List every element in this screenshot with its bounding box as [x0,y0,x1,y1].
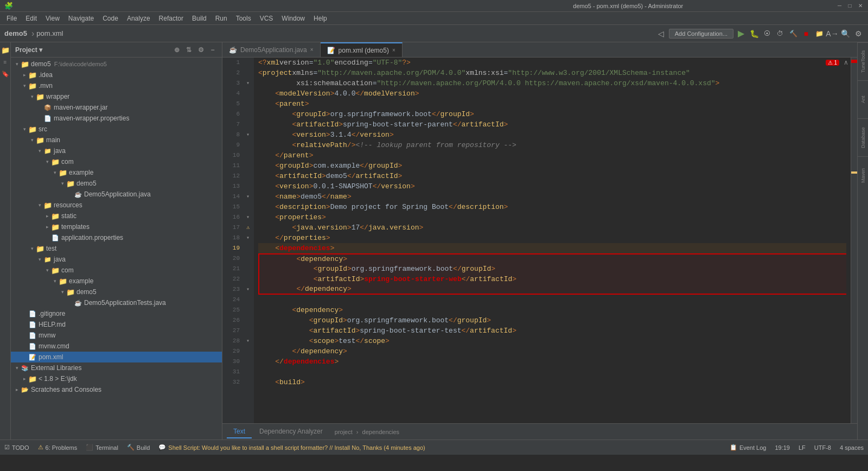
tree-item-idea[interactable]: ▸ 📁 .idea [11,69,222,80]
arrow-mvn[interactable]: ▾ [21,82,28,90]
tree-item-mvnw[interactable]: 📄 mvnw [11,330,222,341]
project-icon[interactable]: 📁 [0,44,11,55]
menu-item-window[interactable]: Window [277,14,309,23]
gutter-5[interactable]: ▾ [244,78,252,88]
debug-icon[interactable]: 🐛 [749,28,760,39]
tab-close-pomxml[interactable]: × [392,47,395,53]
tree-item-test-java[interactable]: ▾ 📁 java [11,254,222,265]
tree-item-gitignore[interactable]: 📄 .gitignore [11,308,222,319]
arrow-java[interactable]: ▾ [36,147,43,155]
coverage-icon[interactable]: ⦿ [762,28,773,39]
tree-item-helpmd[interactable]: 📄 HELP.md [11,319,222,330]
tab-close-demo5app[interactable]: × [310,47,314,53]
profile-icon[interactable]: ⏱ [775,28,786,39]
structure-icon[interactable]: ≡ [0,56,11,67]
arrow-wrapper[interactable]: ▾ [28,93,36,100]
tree-item-templates[interactable]: ▸ 📁 templates [11,221,222,232]
bookmarks-icon[interactable]: 🔖 [0,68,11,79]
tree-item-static[interactable]: ▸ 📁 static [11,211,222,221]
status-build[interactable]: 🔨 Build [127,444,150,451]
window-controls[interactable]: ─ □ ✕ [836,2,864,9]
tree-item-jdk[interactable]: ▸ 📁 < 1.8 > E:\jdk [11,373,222,384]
menu-item-navigate[interactable]: Navigate [64,14,98,23]
status-lf[interactable]: LF [799,444,806,451]
tree-item-mvnwcmd[interactable]: 📄 mvnw.cmd [11,341,222,352]
status-eventlog[interactable]: 📋 Event Log [730,444,767,451]
menu-item-help[interactable]: Help [309,14,331,23]
tree-item-mvn[interactable]: ▾ 📁 .mvn [11,80,222,91]
tree-item-java[interactable]: ▾ 📁 java [11,145,222,156]
tree-item-demo5[interactable]: ▾ 📁 demo5 F:\idea\code\demo5 [11,59,222,69]
arrow-example[interactable]: ▾ [51,169,59,176]
arrow-test[interactable]: ▾ [28,245,36,252]
tree-item-test-com[interactable]: ▾ 📁 com [11,265,222,276]
error-nav-up[interactable]: ∧ [844,59,848,66]
status-encoding[interactable]: UTF-8 [814,444,831,451]
sync-icon[interactable]: ⇅ [184,45,194,55]
arrow-static[interactable]: ▸ [43,212,51,220]
tab-demo5application[interactable]: ☕ Demo5Application.java × [222,42,321,57]
arrow-test-demo5[interactable]: ▾ [59,288,66,296]
code-editor[interactable]: 1 2 3 4 5 6 7 8 9 10 11 12 13 14 15 16 1 [222,58,857,423]
tree-item-test[interactable]: ▾ 📁 test [11,243,222,254]
open-in-icon[interactable]: 📁 [814,28,825,39]
tree-item-demo5-pkg[interactable]: ▾ 📁 demo5 [11,178,222,189]
tree-item-test-example[interactable]: ▾ 📁 example [11,276,222,287]
tree-item-pomxml[interactable]: 📝 pom.xml [11,352,222,362]
arrow-demo5[interactable]: ▾ [13,60,21,68]
tree-item-wrapper-props[interactable]: 📄 maven-wrapper.properties [11,113,222,124]
arrow-templates[interactable]: ▸ [43,223,51,231]
tree-item-wrapper-jar[interactable]: 📦 maven-wrapper.jar [11,102,222,113]
add-icon[interactable]: ⊕ [172,45,182,55]
menu-item-file[interactable]: File [2,14,21,23]
run-icon[interactable]: ▶ [736,28,746,39]
tree-item-scratches[interactable]: ▸ 📂 Scratches and Consoles [11,384,222,395]
tree-item-main[interactable]: ▾ 📁 main [11,135,222,145]
status-terminal[interactable]: ⬛ Terminal [86,444,118,451]
menu-item-code[interactable]: Code [98,14,123,23]
right-tab-maven[interactable]: Maven [858,156,868,194]
menu-item-vcs[interactable]: VCS [256,14,278,23]
gear-icon[interactable]: ⚙ [196,45,206,55]
gutter-25[interactable]: ▾ [244,284,252,295]
tab-pomxml[interactable]: 📝 pom.xml (demo5) × [321,42,403,57]
tab-dependency-analyzer[interactable]: Dependency Analyzer [253,425,329,438]
tree-item-resources[interactable]: ▾ 📁 resources [11,200,222,211]
arrow-main[interactable]: ▾ [28,136,36,144]
status-indent[interactable]: 4 spaces [840,444,864,451]
tab-text[interactable]: Text [227,425,252,438]
menu-item-tools[interactable]: Tools [232,14,256,23]
arrow-com[interactable]: ▾ [43,158,51,166]
tree-item-wrapper[interactable]: ▾ 📁 wrapper [11,91,222,102]
menu-item-build[interactable]: Build [188,14,211,23]
tree-item-ext-libs[interactable]: ▾ 📚 External Libraries [11,362,222,373]
minimize-button[interactable]: ─ [836,2,843,9]
navigate-back-icon[interactable]: ◁ [656,28,667,39]
stop-icon[interactable]: ■ [801,28,812,39]
settings-icon[interactable]: ⚙ [853,28,864,39]
arrow-idea[interactable]: ▸ [21,71,28,79]
tree-item-com[interactable]: ▾ 📁 com [11,156,222,167]
arrow-resources[interactable]: ▾ [36,201,43,209]
right-tab-database[interactable]: Database [858,118,868,156]
arrow-ext-libs[interactable]: ▾ [13,364,21,372]
add-configuration-button[interactable]: Add Configuration... [669,29,733,39]
menu-item-refactor[interactable]: Refactor [155,14,188,23]
arrow-test-example[interactable]: ▾ [51,277,59,285]
menu-item-run[interactable]: Run [211,14,232,23]
translate-icon[interactable]: A→ [827,28,838,39]
minimize-panel-icon[interactable]: − [208,45,218,55]
code-content[interactable]: <?xml version="1.0" encoding="UTF-8"?> <… [254,58,851,423]
arrow-demo5-pkg[interactable]: ▾ [59,180,66,187]
tree-item-src[interactable]: ▾ 📁 src [11,124,222,135]
status-problems[interactable]: ⚠ 6: Problems [38,444,78,451]
menu-item-view[interactable]: View [41,14,64,23]
arrow-src[interactable]: ▾ [21,125,28,133]
maximize-button[interactable]: □ [846,2,853,9]
tree-item-app-props[interactable]: 📄 application.properties [11,232,222,243]
arrow-jdk[interactable]: ▸ [21,375,28,383]
build-icon[interactable]: 🔨 [788,28,799,39]
arrow-test-java[interactable]: ▾ [36,256,43,263]
right-tab-ant[interactable]: Ant [858,80,868,118]
gutter-30[interactable]: ▾ [244,336,252,346]
